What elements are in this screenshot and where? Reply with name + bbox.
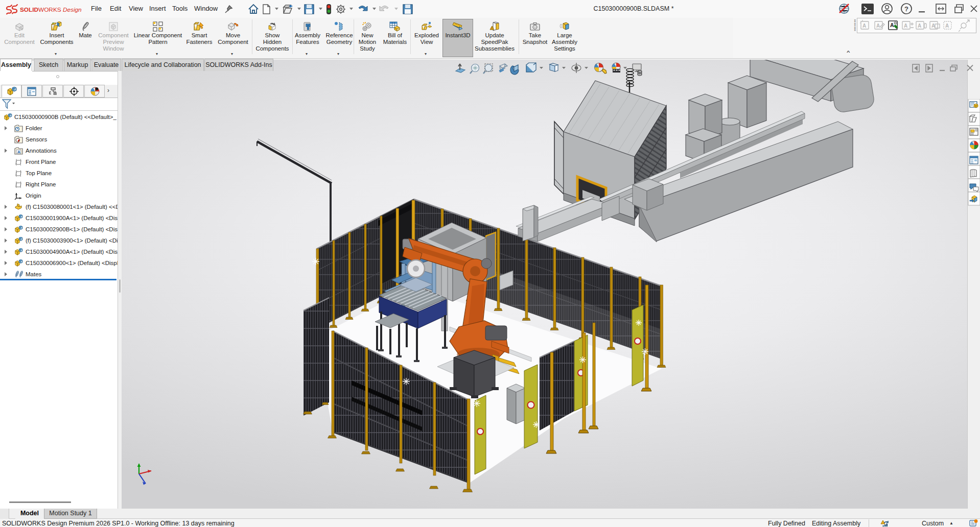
svg-text:A: A	[931, 23, 935, 29]
svg-text:?: ?	[904, 5, 908, 13]
svg-text:A: A	[918, 23, 921, 29]
svg-text:A: A	[876, 23, 880, 29]
svg-text:A: A	[890, 22, 894, 28]
svg-text:A: A	[945, 23, 949, 29]
svg-text:!: !	[492, 27, 493, 30]
svg-text:A: A	[904, 23, 907, 29]
svg-text:SOLIDWORKS Design: SOLIDWORKS Design	[20, 6, 82, 13]
svg-text:A: A	[862, 23, 866, 29]
svg-text:A: A	[17, 150, 20, 154]
